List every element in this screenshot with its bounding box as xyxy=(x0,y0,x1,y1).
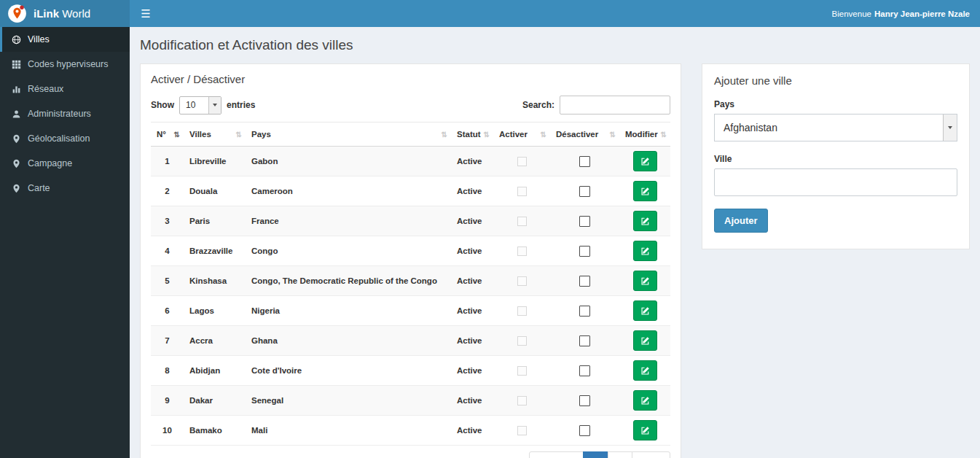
brand-bold: iLink xyxy=(34,7,59,20)
ajouter-button[interactable]: Ajouter xyxy=(714,209,768,233)
modifier-button[interactable] xyxy=(633,271,657,291)
modifier-button[interactable] xyxy=(633,420,657,440)
row-pays: Nigeria xyxy=(246,296,451,326)
activer-checkbox xyxy=(517,396,527,405)
row-number: 2 xyxy=(151,176,184,206)
table-row: 1 Libreville Gabon Active xyxy=(151,147,670,176)
row-ville: Lagos xyxy=(184,296,246,326)
modifier-button[interactable] xyxy=(633,211,657,231)
row-ville: Libreville xyxy=(184,147,246,176)
modifier-button[interactable] xyxy=(633,241,657,261)
edit-icon xyxy=(640,396,650,405)
entries-label: entries xyxy=(227,100,255,110)
add-card-title: Ajouter une ville xyxy=(714,74,957,87)
add-city-card: Ajouter une ville Pays Afghanistan Ville… xyxy=(702,63,970,249)
modifier-button[interactable] xyxy=(633,360,657,381)
sidebar-item-label: Carte xyxy=(28,183,50,193)
modifier-button[interactable] xyxy=(633,181,657,201)
previous-page-button[interactable]: Previous xyxy=(529,451,584,458)
table-row: 9 Dakar Senegal Active xyxy=(151,386,670,416)
sidebar-item-campagne[interactable]: Campagne xyxy=(0,151,130,176)
row-number: 8 xyxy=(151,356,184,386)
edit-icon xyxy=(640,157,650,166)
desactiver-checkbox[interactable] xyxy=(579,306,590,317)
search-control: Search: xyxy=(522,96,670,114)
sidebar-item-villes[interactable]: Villes xyxy=(0,27,130,52)
pays-select[interactable]: Afghanistan xyxy=(714,114,957,141)
page-length-value: 10 xyxy=(180,97,208,114)
row-ville: Paris xyxy=(184,206,246,236)
sidebar-item-geolocalisation[interactable]: Géolocalisation xyxy=(0,126,130,151)
sidebar-toggle-button[interactable]: ☰ xyxy=(130,0,162,27)
row-statut: Active xyxy=(451,416,493,446)
next-page-button[interactable]: Next xyxy=(632,451,670,458)
brand-title: iLink World xyxy=(34,7,90,20)
row-pays: France xyxy=(246,206,451,236)
modifier-button[interactable] xyxy=(633,151,657,171)
show-label: Show xyxy=(151,100,174,110)
edit-icon xyxy=(640,336,650,346)
sidebar-item-reseaux[interactable]: Réseaux xyxy=(0,77,130,101)
page-length-control: Show 10 entries xyxy=(151,96,255,114)
edit-icon xyxy=(640,217,650,226)
search-input[interactable] xyxy=(560,96,670,114)
table-row: 10 Bamako Mali Active xyxy=(151,416,670,446)
column-header-modifier[interactable]: Modifier⇅ xyxy=(619,123,670,147)
desactiver-checkbox[interactable] xyxy=(579,395,590,406)
page-length-select[interactable]: 10 xyxy=(179,96,222,114)
desactiver-checkbox[interactable] xyxy=(579,246,590,257)
desactiver-checkbox[interactable] xyxy=(579,216,590,227)
activer-checkbox xyxy=(517,336,527,346)
cities-card-title: Activer / Désactiver xyxy=(151,73,670,85)
cities-table-body: 1 Libreville Gabon Active 2 Douala Camer… xyxy=(151,147,670,446)
welcome-user-name: Hanry Jean-pierre Nzale xyxy=(874,9,970,18)
column-header-activer[interactable]: Activer⇅ xyxy=(493,123,550,147)
desactiver-checkbox[interactable] xyxy=(579,186,590,197)
page-2-button[interactable]: 2 xyxy=(608,451,633,458)
desactiver-checkbox[interactable] xyxy=(579,335,590,346)
modifier-button[interactable] xyxy=(633,330,657,351)
app-logo[interactable]: iLink World xyxy=(0,0,130,27)
desactiver-checkbox[interactable] xyxy=(579,156,590,167)
desactiver-checkbox[interactable] xyxy=(579,425,590,436)
row-pays: Mali xyxy=(246,416,451,446)
row-statut: Active xyxy=(451,296,493,326)
edit-icon xyxy=(640,276,650,286)
sidebar: Villes Codes hyperviseurs Réseaux Admini… xyxy=(0,27,130,458)
row-number: 9 xyxy=(151,386,184,416)
row-statut: Active xyxy=(451,326,493,356)
sidebar-item-codes-hyperviseurs[interactable]: Codes hyperviseurs xyxy=(0,52,130,77)
page-1-button[interactable]: 1 xyxy=(583,451,608,458)
table-row: 8 Abidjan Cote d'Ivoire Active xyxy=(151,356,670,386)
topbar: iLink World ☰ Bienvenue Hanry Jean-pierr… xyxy=(0,0,980,27)
welcome-text: Bienvenue Hanry Jean-pierre Nzale xyxy=(832,0,980,27)
ville-input[interactable] xyxy=(714,168,957,196)
sidebar-item-carte[interactable]: Carte xyxy=(0,176,130,201)
column-header-statut[interactable]: Statut⇅ xyxy=(451,123,493,147)
row-statut: Active xyxy=(451,356,493,386)
column-header-pays[interactable]: Pays⇅ xyxy=(246,123,451,147)
row-statut: Active xyxy=(451,236,493,266)
pays-label: Pays xyxy=(714,99,957,109)
row-pays: Congo xyxy=(246,236,451,266)
user-icon xyxy=(12,109,21,119)
grid-icon xyxy=(12,60,21,69)
row-pays: Cote d'Ivoire xyxy=(246,356,451,386)
table-footer: Showing 1 to 10 of 17 entries Previous 1… xyxy=(151,451,670,458)
modifier-button[interactable] xyxy=(633,390,657,411)
column-header-desactiver[interactable]: Désactiver⇅ xyxy=(550,123,619,147)
row-pays: Senegal xyxy=(246,386,451,416)
column-header-num[interactable]: N°⇅ xyxy=(151,123,184,147)
activer-checkbox xyxy=(517,187,527,196)
map-marker-icon xyxy=(12,134,21,144)
row-ville: Kinshasa xyxy=(184,266,246,296)
table-info: Showing 1 to 10 of 17 entries xyxy=(151,451,271,458)
column-header-villes[interactable]: Villes⇅ xyxy=(184,123,246,147)
row-pays: Cameroon xyxy=(246,176,451,206)
ville-label: Ville xyxy=(714,154,957,164)
sidebar-item-administrateurs[interactable]: Administrateurs xyxy=(0,101,130,126)
desactiver-checkbox[interactable] xyxy=(579,276,590,287)
desactiver-checkbox[interactable] xyxy=(579,365,590,376)
sort-icon: ⇅ xyxy=(610,131,616,139)
modifier-button[interactable] xyxy=(633,300,657,321)
